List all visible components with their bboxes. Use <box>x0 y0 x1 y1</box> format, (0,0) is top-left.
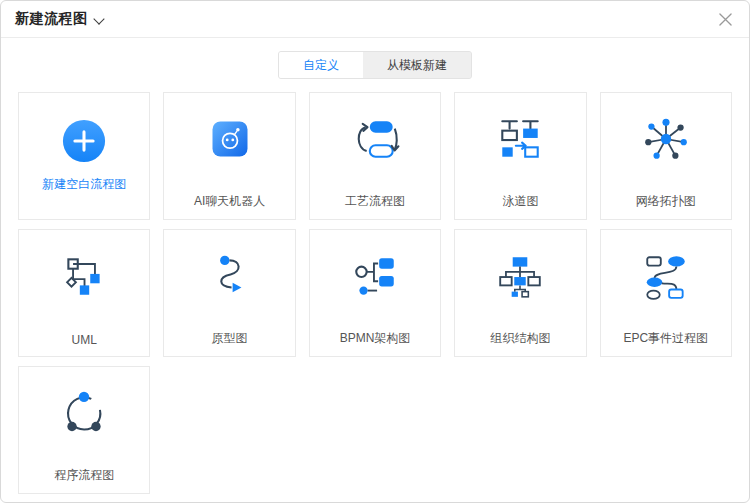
template-card-epc-flow[interactable]: EPC事件过程图 <box>600 229 732 357</box>
process-flow-icon <box>310 93 440 185</box>
card-label: 新建空白流程图 <box>19 176 149 193</box>
template-card-network-topology[interactable]: 网络拓扑图 <box>600 92 732 220</box>
title-dropdown[interactable]: 新建流程图 <box>15 10 104 28</box>
tabs-wrap: 自定义 从模板新建 <box>1 51 749 79</box>
card-label: 网络拓扑图 <box>601 193 731 210</box>
card-label: UML <box>19 333 149 347</box>
template-card-ai-robot[interactable]: AI聊天机器人 <box>163 92 295 220</box>
template-card-bpmn-flow[interactable]: BPMN架构图 <box>309 229 441 357</box>
new-flowchart-dialog: 新建流程图 自定义 从模板新建 新建空白流程图 AI聊天机器人 工艺流程图 泳道… <box>0 0 750 503</box>
tab-custom[interactable]: 自定义 <box>279 52 363 78</box>
tab-from-template[interactable]: 从模板新建 <box>363 52 471 78</box>
template-card-program-cycle[interactable]: 程序流程图 <box>18 366 150 494</box>
bpmn-flow-icon <box>310 230 440 322</box>
close-icon <box>719 13 732 26</box>
template-card-prototype-curve[interactable]: 原型图 <box>163 229 295 357</box>
program-cycle-icon <box>19 367 149 459</box>
template-card-process-flow[interactable]: 工艺流程图 <box>309 92 441 220</box>
card-label: AI聊天机器人 <box>164 193 294 210</box>
ai-robot-icon <box>164 93 294 185</box>
prototype-curve-icon <box>164 230 294 322</box>
chevron-down-icon <box>95 13 104 22</box>
tab-group: 自定义 从模板新建 <box>278 51 472 79</box>
uml-tree-icon <box>19 230 149 322</box>
dialog-title: 新建流程图 <box>15 10 88 28</box>
epc-flow-icon <box>601 230 731 322</box>
card-label: 程序流程图 <box>19 467 149 484</box>
template-card-plus-circle[interactable]: 新建空白流程图 <box>18 92 150 220</box>
template-card-uml-tree[interactable]: UML <box>18 229 150 357</box>
org-chart-icon <box>455 230 585 322</box>
card-label: 泳道图 <box>455 193 585 210</box>
template-card-org-chart[interactable]: 组织结构图 <box>454 229 586 357</box>
plus-circle-icon <box>19 93 149 189</box>
card-label: 原型图 <box>164 330 294 347</box>
network-topology-icon <box>601 93 731 185</box>
dialog-header: 新建流程图 <box>1 1 749 38</box>
close-button[interactable] <box>715 9 735 29</box>
card-label: BPMN架构图 <box>310 330 440 347</box>
swimlane-icon <box>455 93 585 185</box>
card-label: 组织结构图 <box>455 330 585 347</box>
template-card-swimlane[interactable]: 泳道图 <box>454 92 586 220</box>
card-label: 工艺流程图 <box>310 193 440 210</box>
template-grid: 新建空白流程图 AI聊天机器人 工艺流程图 泳道图 网络拓扑图 UML 原型图 … <box>1 79 749 503</box>
card-label: EPC事件过程图 <box>601 330 731 347</box>
